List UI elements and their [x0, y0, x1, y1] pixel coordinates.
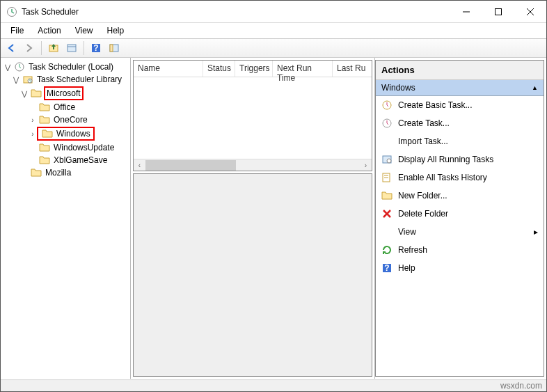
maximize-button[interactable]	[482, 1, 514, 22]
app-icon	[6, 6, 17, 17]
clock-icon	[14, 61, 25, 72]
tree-onecore[interactable]: › OneCore	[1, 113, 130, 126]
close-button[interactable]	[514, 1, 546, 22]
show-hide-button[interactable]	[106, 40, 122, 56]
up-button[interactable]	[46, 40, 61, 56]
svg-point-18	[387, 159, 391, 163]
tree-label: Office	[52, 102, 77, 113]
titlebar: Task Scheduler	[1, 1, 546, 23]
tree-label: Windows	[55, 128, 92, 139]
menu-view[interactable]: View	[70, 24, 99, 37]
expander-icon[interactable]: ›	[29, 130, 37, 138]
content-area: ⋁ Task Scheduler (Local) ⋁ Task Schedule…	[1, 58, 546, 379]
tree-library[interactable]: ⋁ Task Scheduler Library	[1, 73, 130, 86]
action-label: Create Task...	[398, 118, 450, 128]
action-help[interactable]: ? Help	[376, 259, 544, 277]
col-triggers[interactable]: Triggers	[235, 61, 273, 77]
minimize-button[interactable]	[450, 1, 482, 22]
help-button[interactable]: ?	[88, 40, 104, 56]
actions-context[interactable]: Windows ▲	[376, 80, 544, 96]
toolbar: ?	[1, 38, 546, 58]
folder-icon	[39, 102, 50, 113]
col-next[interactable]: Next Run Time	[273, 61, 333, 77]
action-enable-history[interactable]: Enable All Tasks History	[376, 168, 544, 187]
task-list: Name Status Triggers Next Run Time Last …	[133, 60, 372, 171]
column-headers: Name Status Triggers Next Run Time Last …	[134, 61, 372, 77]
menu-action[interactable]: Action	[32, 24, 66, 37]
tree-windows[interactable]: › Windows	[1, 126, 130, 141]
refresh-icon	[381, 244, 393, 256]
status-bar: wsxdn.com	[1, 379, 546, 391]
expander-icon[interactable]: ›	[29, 116, 37, 124]
tree-microsoft[interactable]: ⋁ Microsoft	[1, 86, 130, 101]
svg-text:?: ?	[93, 43, 98, 53]
window-title: Task Scheduler	[22, 7, 450, 17]
svg-text:?: ?	[384, 263, 389, 273]
col-last[interactable]: Last Ru	[333, 61, 372, 77]
svg-rect-11	[110, 45, 113, 52]
detail-pane	[133, 173, 372, 377]
properties-button[interactable]	[64, 40, 79, 56]
delete-icon	[381, 208, 393, 219]
back-button[interactable]	[3, 40, 19, 56]
action-display-running[interactable]: Display All Running Tasks	[376, 150, 544, 168]
running-tasks-icon	[381, 154, 393, 165]
expander-icon[interactable]: ⋁	[3, 63, 12, 71]
tree-label: Task Scheduler Library	[35, 74, 123, 85]
tree-label: Microsoft	[44, 86, 84, 100]
library-icon	[22, 74, 33, 85]
toolbar-separator	[84, 41, 84, 55]
menu-help[interactable]: Help	[102, 24, 130, 37]
action-import-task[interactable]: Import Task...	[376, 132, 544, 150]
tree-label: Mozilla	[44, 167, 72, 178]
folder-icon	[42, 128, 53, 139]
svg-rect-2	[496, 8, 502, 15]
menu-file[interactable]: File	[5, 24, 29, 37]
action-label: Create Basic Task...	[398, 100, 473, 110]
window-controls	[450, 1, 546, 22]
action-label: Enable All Tasks History	[398, 173, 487, 182]
horizontal-scrollbar[interactable]: ‹ ›	[134, 159, 372, 171]
action-label: View	[398, 227, 528, 237]
history-icon	[381, 172, 393, 183]
folder-icon	[31, 167, 42, 178]
tree-root[interactable]: ⋁ Task Scheduler (Local)	[1, 61, 130, 73]
tree-xblgamesave[interactable]: XblGameSave	[1, 154, 130, 166]
action-label: Import Task...	[398, 136, 448, 146]
tree-pane: ⋁ Task Scheduler (Local) ⋁ Task Schedule…	[1, 58, 131, 379]
task-list-body	[134, 77, 372, 159]
tree-label: WindowsUpdate	[52, 142, 116, 153]
submenu-arrow-icon: ▸	[534, 227, 538, 237]
folder-icon	[31, 88, 42, 99]
collapse-icon[interactable]: ▲	[532, 84, 538, 91]
create-basic-icon	[381, 100, 393, 111]
col-status[interactable]: Status	[203, 61, 235, 77]
action-delete-folder[interactable]: Delete Folder	[376, 205, 544, 223]
tree-windowsupdate[interactable]: WindowsUpdate	[1, 141, 130, 154]
expander-icon[interactable]: ⋁	[12, 76, 20, 84]
action-label: Display All Running Tasks	[398, 155, 493, 164]
forward-button[interactable]	[22, 40, 37, 56]
scroll-left-icon[interactable]: ‹	[134, 162, 145, 169]
action-view[interactable]: View ▸	[376, 223, 544, 241]
menubar: File Action View Help	[1, 23, 546, 38]
col-name[interactable]: Name	[134, 61, 203, 77]
tree-office[interactable]: Office	[1, 101, 130, 113]
action-refresh[interactable]: Refresh	[376, 241, 544, 259]
watermark: wsxdn.com	[500, 381, 542, 391]
action-create-basic-task[interactable]: Create Basic Task...	[376, 96, 544, 114]
actions-title: Actions	[376, 61, 544, 80]
toolbar-separator	[41, 41, 42, 55]
folder-icon	[39, 155, 50, 166]
action-create-task[interactable]: Create Task...	[376, 114, 544, 132]
scroll-thumb[interactable]	[145, 160, 236, 171]
actions-context-label: Windows	[381, 83, 415, 93]
action-new-folder[interactable]: New Folder...	[376, 187, 544, 205]
action-label: Delete Folder	[398, 209, 448, 219]
folder-icon	[39, 114, 50, 125]
scroll-right-icon[interactable]: ›	[360, 162, 372, 169]
tree-mozilla[interactable]: Mozilla	[1, 166, 130, 179]
help-icon: ?	[381, 262, 393, 274]
expander-icon[interactable]: ⋁	[20, 90, 29, 97]
tree-label: XblGameSave	[52, 155, 109, 166]
